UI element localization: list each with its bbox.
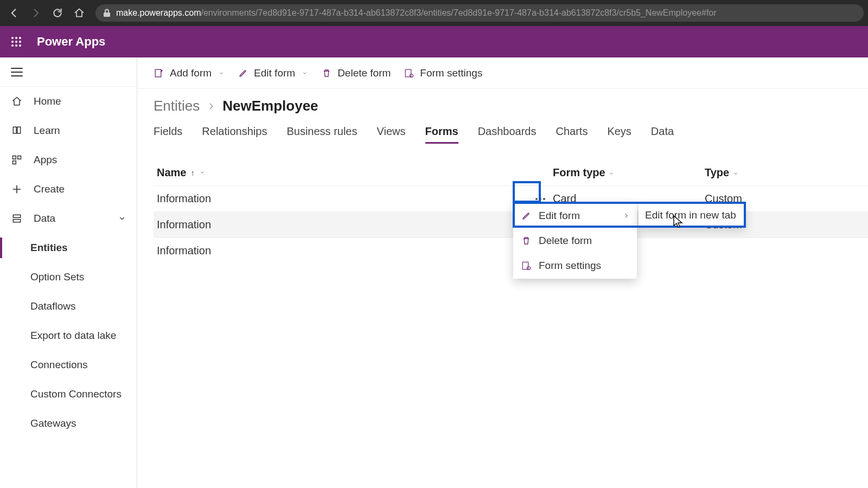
svg-point-7 [11,44,14,47]
ctx-label: Edit form in new tab [645,209,736,221]
tab-fields[interactable]: Fields [154,120,182,143]
svg-rect-11 [18,156,21,159]
chevron-down-icon [302,70,308,76]
column-form-type[interactable]: Form type [553,166,705,179]
tab-data[interactable]: Data [651,120,674,143]
tab-business-rules[interactable]: Business rules [286,120,357,143]
cmd-label: Edit form [254,67,295,79]
sidebar-item-home[interactable]: Home [0,87,137,116]
home-button[interactable] [69,3,89,23]
add-form-button[interactable]: Add form [154,67,225,79]
lock-icon [103,9,111,17]
svg-point-25 [527,267,531,270]
app-title[interactable]: Power Apps [37,35,105,49]
breadcrumb-current: NewEmployee [222,98,318,114]
svg-point-17 [410,74,413,77]
form-settings-icon [521,261,531,271]
sidebar-item-apps[interactable]: Apps [0,145,137,175]
column-type[interactable]: Type [705,166,813,179]
app-launcher-icon[interactable] [8,33,25,50]
data-icon [11,213,23,224]
tab-dashboards[interactable]: Dashboards [478,120,537,143]
chevron-down-icon [732,169,739,178]
tab-relationships[interactable]: Relationships [202,120,267,143]
sidebar-item-data[interactable]: Data [0,204,137,233]
cell-name: Information [154,245,528,257]
breadcrumb: Entities NewEmployee [137,89,868,120]
cmd-label: Add form [170,67,212,79]
chevron-down-icon [199,170,206,175]
browser-chrome: make.powerapps.com/environments/7ed8d91e… [0,0,868,26]
sidebar-item-gateways[interactable]: Gateways [0,409,137,438]
tab-views[interactable]: Views [377,120,406,143]
app-header: Power Apps [0,26,868,57]
sidebar-item-label: Export to data lake [30,330,116,342]
table-row[interactable]: Information [154,237,868,264]
edit-form-button[interactable]: Edit form [238,67,308,79]
sidebar-item-dataflows[interactable]: Dataflows [0,292,137,321]
sidebar-item-create[interactable]: Create [0,175,137,204]
back-button[interactable] [4,3,24,23]
forward-button[interactable] [26,3,46,23]
reload-button[interactable] [48,3,67,23]
sidebar-item-connections[interactable]: Connections [0,350,137,380]
url-domain: make.powerapps.com [116,8,201,18]
svg-point-20 [543,198,545,200]
sidebar-item-entities[interactable]: Entities [0,233,137,262]
cmd-label: Form settings [420,67,482,79]
book-icon [11,125,23,137]
sidebar-item-export-data-lake[interactable]: Export to data lake [0,321,137,350]
address-bar[interactable]: make.powerapps.com/environments/7ed8d91e… [95,4,864,22]
chevron-right-icon [623,213,629,219]
cmd-label: Delete form [337,67,391,79]
edit-icon [521,211,531,221]
sidebar-item-learn[interactable]: Learn [0,116,137,145]
home-icon [11,95,23,107]
form-settings-button[interactable]: Form settings [404,67,482,79]
svg-point-6 [19,41,21,43]
ctx-edit-form-submenu[interactable]: Edit form in new tab [639,203,746,228]
breadcrumb-parent[interactable]: Entities [154,98,200,114]
svg-point-1 [11,37,14,39]
row-menu-button[interactable] [528,197,553,201]
plus-icon [11,183,23,195]
tab-keys[interactable]: Keys [607,120,631,143]
entity-tabs: Fields Relationships Business rules View… [137,120,868,143]
table-row[interactable]: Information Main Custom [154,211,868,237]
cell-name: Information [154,219,528,231]
sidebar-item-label: Custom Connectors [30,388,122,400]
svg-point-4 [11,41,14,43]
svg-rect-14 [13,220,20,222]
delete-icon [521,236,531,246]
tab-forms[interactable]: Forms [425,120,458,143]
forms-table: Name ↑ Form type Type Information Card [137,143,868,264]
delete-form-button[interactable]: Delete form [321,67,391,79]
hamburger-button[interactable] [0,57,137,87]
url-path: /environments/7ed8d91e-9717-487a-b314-ab… [201,8,717,18]
svg-point-9 [19,44,21,47]
svg-rect-24 [522,262,528,269]
table-row[interactable]: Information Card Custom [154,185,868,211]
content-area: Add form Edit form Delete form Form sett… [137,57,868,488]
svg-rect-15 [155,69,161,77]
svg-point-5 [15,41,17,43]
ctx-form-settings[interactable]: Form settings [514,253,636,278]
svg-rect-13 [13,215,20,217]
tab-charts[interactable]: Charts [556,120,588,143]
svg-rect-12 [13,161,16,164]
command-bar: Add form Edit form Delete form Form sett… [137,57,868,89]
sidebar-item-label: Gateways [30,418,76,429]
chevron-right-icon [207,101,215,111]
sidebar-item-label: Connections [30,359,88,371]
ctx-edit-form[interactable]: Edit form [514,203,636,228]
svg-point-19 [539,198,541,200]
sidebar-item-custom-connectors[interactable]: Custom Connectors [0,380,137,409]
ctx-label: Form settings [539,260,601,272]
sidebar-item-option-sets[interactable]: Option Sets [0,262,137,292]
column-name[interactable]: Name ↑ [154,166,528,179]
form-settings-icon [404,68,414,79]
sidebar-item-label: Data [34,213,55,224]
sidebar-item-label: Home [34,95,61,107]
svg-point-8 [15,44,17,47]
ctx-delete-form[interactable]: Delete form [514,228,636,253]
